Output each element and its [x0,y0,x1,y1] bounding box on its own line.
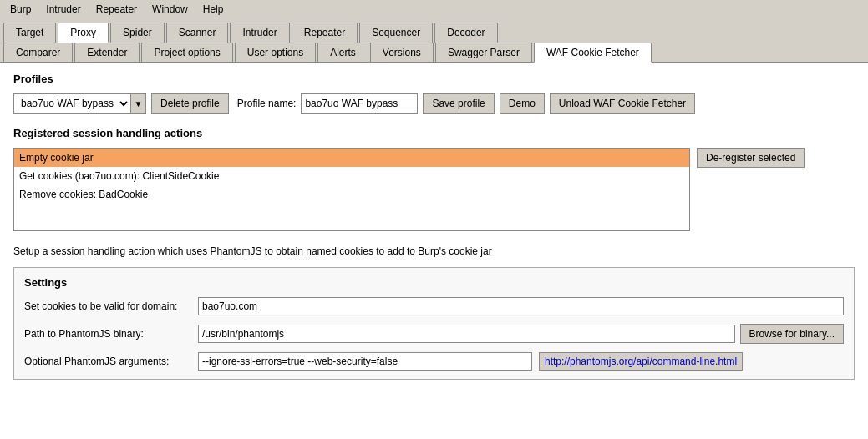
deregister-button[interactable]: De-register selected [697,148,805,168]
tab-scanner[interactable]: Scanner [166,23,229,43]
profile-name-label: Profile name: [237,98,297,109]
profile-dropdown-wrap: bao7uo WAF bypass ▼ [13,93,146,114]
session-list-container: Empty cookie jar Get cookies (bao7uo.com… [13,148,855,231]
session-item-1[interactable]: Get cookies (bao7uo.com): ClientSideCook… [14,167,689,185]
tab-versions[interactable]: Versions [370,43,434,63]
profiles-row: bao7uo WAF bypass ▼ Delete profile Profi… [13,93,855,114]
tab-spider[interactable]: Spider [110,23,165,43]
tab-user-options[interactable]: User options [235,43,316,63]
phantomjs-input-wrap: Browse for binary... [198,324,844,344]
menu-bar: Burp Intruder Repeater Window Help [0,0,868,18]
menu-window[interactable]: Window [145,2,195,17]
menu-burp[interactable]: Burp [3,2,38,17]
delete-profile-button[interactable]: Delete profile [151,93,229,114]
menu-intruder[interactable]: Intruder [39,2,87,17]
save-profile-button[interactable]: Save profile [423,93,494,114]
tab-repeater[interactable]: Repeater [292,23,358,43]
optional-link[interactable]: http://phantomjs.org/api/command-line.ht… [539,352,743,371]
tab-comparer[interactable]: Comparer [3,43,73,63]
settings-section: Settings Set cookies to be valid for dom… [13,267,855,380]
session-title: Registered session handling actions [13,127,855,139]
settings-title: Settings [24,276,844,289]
tab-row-2: Comparer Extender Project options User o… [0,42,868,62]
domain-row: Set cookies to be valid for domain: [24,297,844,315]
unload-button[interactable]: Unload WAF Cookie Fetcher [550,93,695,114]
tab-sequencer[interactable]: Sequencer [359,23,433,43]
profile-select[interactable]: bao7uo WAF bypass [13,93,131,114]
tab-waf-cookie-fetcher[interactable]: WAF Cookie Fetcher [534,43,652,63]
browse-button[interactable]: Browse for binary... [740,324,844,344]
domain-input[interactable] [198,297,844,315]
menu-repeater[interactable]: Repeater [89,2,144,17]
optional-label: Optional PhantomJS arguments: [24,356,191,367]
session-list: Empty cookie jar Get cookies (bao7uo.com… [13,148,690,231]
tab-target[interactable]: Target [3,23,56,43]
domain-label: Set cookies to be valid for domain: [24,300,191,312]
demo-button[interactable]: Demo [500,93,545,114]
setup-section: Setup a session handling action which us… [13,245,855,380]
session-item-2[interactable]: Remove cookies: BadCookie [14,185,689,204]
profile-dropdown-arrow[interactable]: ▼ [131,93,146,114]
tab-extender[interactable]: Extender [74,43,140,63]
optional-row: Optional PhantomJS arguments: http://pha… [24,352,844,371]
profiles-section: Profiles bao7uo WAF bypass ▼ Delete prof… [13,73,855,114]
tab-project-options[interactable]: Project options [141,43,232,63]
phantomjs-input[interactable] [198,325,735,343]
phantomjs-label: Path to PhantomJS binary: [24,328,191,340]
tab-swagger-parser[interactable]: Swagger Parser [435,43,532,63]
tab-decoder[interactable]: Decoder [434,23,497,43]
tab-alerts[interactable]: Alerts [317,43,368,63]
tab-row-1: Target Proxy Spider Scanner Intruder Rep… [0,18,868,42]
content-area: Profiles bao7uo WAF bypass ▼ Delete prof… [0,62,868,439]
session-item-0[interactable]: Empty cookie jar [14,149,689,167]
phantomjs-row: Path to PhantomJS binary: Browse for bin… [24,324,844,344]
profiles-title: Profiles [13,73,855,85]
menu-help[interactable]: Help [196,2,231,17]
tab-intruder[interactable]: Intruder [230,23,289,43]
profile-name-input[interactable] [301,93,418,114]
tab-proxy[interactable]: Proxy [58,23,109,43]
session-section: Registered session handling actions Empt… [13,127,855,231]
optional-input[interactable] [198,352,532,371]
setup-description: Setup a session handling action which us… [13,245,855,259]
